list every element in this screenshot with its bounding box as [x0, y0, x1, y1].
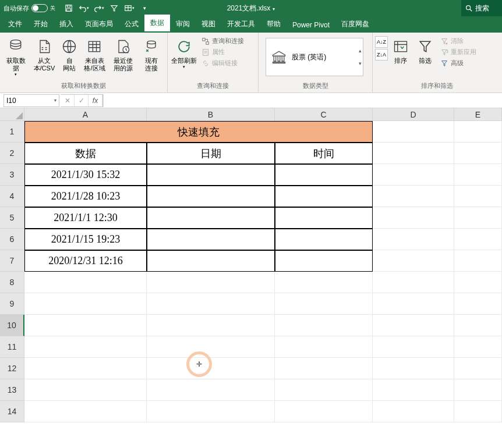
undo-icon[interactable]: ▾ — [77, 2, 90, 15]
cell[interactable] — [275, 358, 373, 379]
data-cell[interactable]: 2021/1/1 12:30 — [24, 207, 147, 229]
data-cell[interactable] — [275, 207, 373, 229]
tab-insert[interactable]: 插入 — [54, 16, 79, 33]
tab-data[interactable]: 数据 — [144, 15, 170, 33]
cell[interactable] — [24, 272, 147, 293]
row-header[interactable]: 7 — [0, 250, 24, 272]
row-header[interactable]: 9 — [0, 293, 24, 315]
data-cell[interactable] — [147, 164, 275, 186]
tab-help[interactable]: 帮助 — [261, 16, 287, 33]
cell[interactable] — [147, 379, 275, 401]
col-header-C[interactable]: C — [275, 108, 373, 121]
tab-file[interactable]: 文件 — [2, 16, 28, 33]
cell[interactable] — [373, 207, 454, 229]
data-cell[interactable] — [147, 186, 275, 207]
header-cell[interactable]: 日期 — [147, 143, 275, 164]
row-header[interactable]: 3 — [0, 164, 24, 186]
cell[interactable] — [454, 121, 502, 143]
cell[interactable] — [454, 358, 502, 379]
save-icon[interactable] — [62, 2, 75, 15]
data-cell[interactable] — [275, 164, 373, 186]
cell[interactable] — [373, 186, 454, 207]
cell[interactable] — [373, 379, 454, 401]
formula-input[interactable] — [103, 94, 502, 107]
cell[interactable] — [454, 164, 502, 186]
cell[interactable] — [454, 379, 502, 401]
sort-desc-button[interactable]: Z↓A — [375, 49, 388, 61]
queries-conn-item[interactable]: 查询和连接 — [199, 36, 246, 46]
row-header[interactable]: 10 — [0, 315, 24, 336]
clear-filter-item[interactable]: 清除 — [438, 36, 479, 46]
refresh-all-button[interactable]: 全部刷新▾ — [170, 36, 198, 71]
qat-overflow-icon[interactable]: ▾ — [138, 2, 151, 15]
row-header[interactable]: 1 — [0, 121, 24, 143]
cell[interactable] — [373, 315, 454, 336]
tab-baidu[interactable]: 百度网盘 — [335, 16, 375, 33]
cell[interactable] — [373, 229, 454, 250]
cell[interactable] — [454, 315, 502, 336]
chevron-up-icon[interactable]: ▴ — [359, 48, 362, 54]
stock-datatype-box[interactable]: 股票 (英语) ▴▾ — [266, 38, 363, 76]
cell[interactable] — [24, 315, 147, 336]
col-header-B[interactable]: B — [147, 108, 275, 121]
cell[interactable] — [454, 143, 502, 164]
merged-title-cell[interactable]: 快速填充 — [24, 121, 373, 143]
cell[interactable] — [454, 336, 502, 358]
cell[interactable] — [275, 272, 373, 293]
tab-review[interactable]: 审阅 — [170, 16, 196, 33]
cell[interactable] — [147, 293, 275, 315]
filter-icon[interactable] — [108, 2, 121, 15]
cell[interactable] — [373, 250, 454, 272]
col-header-E[interactable]: E — [454, 108, 502, 121]
cell[interactable] — [373, 401, 454, 422]
cell[interactable] — [275, 293, 373, 315]
cell[interactable] — [373, 272, 454, 293]
row-header[interactable]: 11 — [0, 336, 24, 358]
sort-asc-button[interactable]: A↓Z — [375, 36, 388, 48]
col-header-A[interactable]: A — [24, 108, 147, 121]
cell[interactable] — [147, 336, 275, 358]
cancel-icon[interactable]: ✕ — [61, 95, 75, 106]
cell[interactable] — [454, 186, 502, 207]
cell[interactable] — [373, 293, 454, 315]
tab-view[interactable]: 视图 — [196, 16, 221, 33]
sort-button[interactable]: 排序 — [389, 36, 412, 66]
spreadsheet-grid[interactable]: A B C D E 1 快速填充 2 数据 日期 时间 3 2021/1/30 … — [0, 108, 502, 422]
cell[interactable] — [147, 315, 275, 336]
data-cell[interactable] — [147, 207, 275, 229]
from-table-button[interactable]: 来自表 格/区域 — [81, 36, 108, 73]
tab-home[interactable]: 开始 — [28, 16, 54, 33]
cell[interactable] — [24, 336, 147, 358]
tab-developer[interactable]: 开发工具 — [221, 16, 261, 33]
row-header[interactable]: 13 — [0, 379, 24, 401]
col-header-D[interactable]: D — [373, 108, 454, 121]
get-data-button[interactable]: 获取数 据▾ — [2, 36, 30, 79]
cell[interactable] — [275, 336, 373, 358]
header-cell[interactable]: 数据 — [24, 143, 147, 164]
cell[interactable] — [24, 401, 147, 422]
row-header[interactable]: 6 — [0, 229, 24, 250]
row-header[interactable]: 4 — [0, 186, 24, 207]
fx-icon[interactable]: fx — [89, 95, 102, 106]
enter-icon[interactable]: ✓ — [75, 95, 89, 106]
document-title[interactable]: 2021文档.xlsx — [227, 3, 275, 13]
search-box[interactable]: 搜索 — [461, 0, 502, 16]
recent-sources-button[interactable]: 最近使 用的源 — [109, 36, 137, 73]
cell[interactable] — [454, 207, 502, 229]
cell[interactable] — [454, 272, 502, 293]
cell[interactable] — [373, 336, 454, 358]
data-cell[interactable]: 2020/12/31 12:16 — [24, 250, 147, 272]
cell[interactable] — [454, 250, 502, 272]
properties-item[interactable]: 属性 — [199, 47, 246, 57]
chevron-down-icon[interactable]: ▾ — [359, 61, 362, 66]
cell[interactable] — [275, 379, 373, 401]
row-header[interactable]: 2 — [0, 143, 24, 164]
cell[interactable] — [454, 401, 502, 422]
cell[interactable] — [454, 229, 502, 250]
tab-formulas[interactable]: 公式 — [119, 16, 144, 33]
row-header[interactable]: 8 — [0, 272, 24, 293]
cell[interactable] — [147, 401, 275, 422]
cell[interactable] — [24, 358, 147, 379]
cell[interactable] — [24, 293, 147, 315]
filter-button[interactable]: 筛选 — [413, 36, 437, 66]
